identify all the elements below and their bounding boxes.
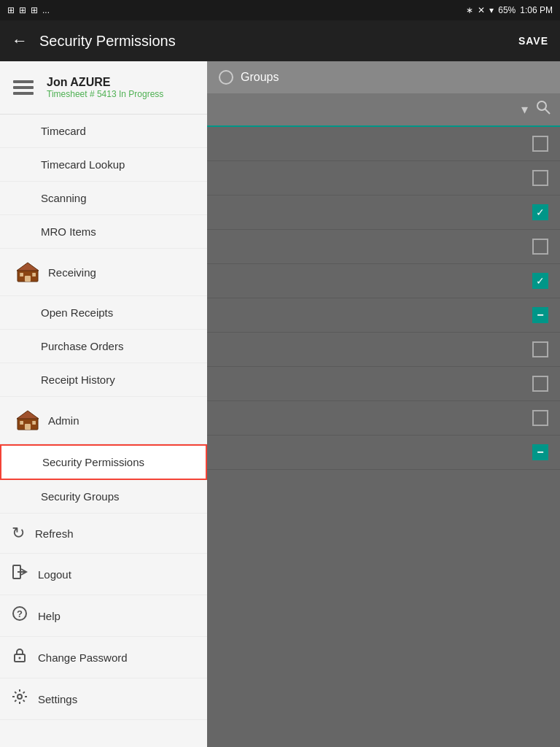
content-area: Groups ▾ xyxy=(207,61,560,747)
sidebar-item-open-receipts[interactable]: Open Receipts xyxy=(0,296,207,330)
table-row xyxy=(207,367,560,401)
checkbox-unchecked[interactable] xyxy=(532,239,548,255)
search-button[interactable] xyxy=(535,99,551,120)
sidebar-item-label: Help xyxy=(38,610,61,622)
table-row: − xyxy=(207,436,560,470)
sidebar-item-label: Open Receipts xyxy=(41,306,113,319)
table-row xyxy=(207,401,560,436)
table-row: ✓ xyxy=(207,196,560,230)
checkbox-indeterminate[interactable]: − xyxy=(532,307,548,323)
sidebar-item-label: Change Password xyxy=(38,651,128,664)
dropdown-arrow-icon: ▾ xyxy=(521,101,528,117)
sidebar-item-label: Logout xyxy=(38,568,71,581)
sidebar-item-refresh[interactable]: ↻ Refresh xyxy=(0,514,207,554)
filter-dropdown[interactable]: ▾ xyxy=(216,101,535,117)
sidebar-item-label: Security Groups xyxy=(41,490,120,503)
sidebar-item-purchase-orders[interactable]: Purchase Orders xyxy=(0,330,207,363)
admin-icon xyxy=(15,407,41,433)
sidebar-item-label: Receipt History xyxy=(41,374,115,386)
groups-radio[interactable] xyxy=(219,70,233,85)
mute-icon: ✕ xyxy=(478,5,485,15)
notification-icon-3: ⊞ xyxy=(31,5,38,15)
table-row xyxy=(207,127,560,161)
sidebar-item-label: Receiving xyxy=(48,266,96,279)
sidebar-item-label: MRO Items xyxy=(41,225,96,238)
table-row xyxy=(207,333,560,367)
checkbox-checked[interactable]: ✓ xyxy=(532,273,548,289)
app-bar: ← Security Permissions SAVE xyxy=(0,20,560,61)
sidebar-item-change-password[interactable]: Change Password xyxy=(0,637,207,678)
sidebar-item-label: Refresh xyxy=(35,527,74,540)
help-icon: ? xyxy=(12,605,28,626)
svg-rect-15 xyxy=(20,421,20,425)
app-bar-title: Security Permissions xyxy=(39,33,518,50)
table-row xyxy=(207,230,560,264)
avatar xyxy=(9,73,38,102)
sidebar-item-security-permissions[interactable]: Security Permissions xyxy=(0,444,207,480)
checkbox-unchecked[interactable] xyxy=(532,376,548,392)
checkbox-unchecked[interactable] xyxy=(532,341,548,357)
sidebar-item-logout[interactable]: Logout xyxy=(0,554,207,595)
sidebar-item-timecard[interactable]: Timecard xyxy=(0,115,207,148)
svg-marker-4 xyxy=(17,263,39,271)
battery-label: 65% xyxy=(498,5,516,15)
main-layout: Jon AZURE Timesheet # 5413 In Progress T… xyxy=(0,61,560,747)
sidebar-item-mro-items[interactable]: MRO Items xyxy=(0,215,207,249)
status-bar: ⊞ ⊞ ⊞ ... ∗ ✕ ▾ 65% 1:06 PM xyxy=(0,0,560,20)
checkbox-unchecked[interactable] xyxy=(532,410,548,426)
sidebar-item-admin[interactable]: Admin xyxy=(0,397,207,444)
minus-icon: − xyxy=(537,309,543,322)
table-row: ✓ xyxy=(207,264,560,298)
back-button[interactable]: ← xyxy=(12,31,28,50)
user-name: Jon AZURE xyxy=(47,76,163,89)
svg-line-25 xyxy=(545,109,551,115)
checkbox-indeterminate[interactable]: − xyxy=(532,444,548,460)
minus-icon: − xyxy=(537,446,543,459)
svg-rect-9 xyxy=(32,273,33,276)
sidebar-item-label: Settings xyxy=(38,693,77,705)
checkbox-list: ✓ ✓ − xyxy=(207,127,560,747)
user-section: Jon AZURE Timesheet # 5413 In Progress xyxy=(0,61,207,115)
groups-bar: Groups xyxy=(207,61,560,93)
svg-rect-1 xyxy=(13,86,34,89)
sidebar-item-label: Security Permissions xyxy=(42,456,144,468)
sidebar-item-label: Scanning xyxy=(41,192,87,204)
bluetooth-icon: ∗ xyxy=(466,5,473,15)
table-row xyxy=(207,161,560,196)
check-icon: ✓ xyxy=(536,275,545,287)
svg-point-23 xyxy=(18,694,22,699)
check-icon: ✓ xyxy=(536,206,545,218)
svg-rect-8 xyxy=(20,273,20,276)
sidebar-item-label: Purchase Orders xyxy=(41,340,123,352)
svg-marker-11 xyxy=(17,411,39,419)
checkbox-checked[interactable]: ✓ xyxy=(532,204,548,220)
sidebar-item-help[interactable]: ? Help xyxy=(0,595,207,637)
save-button[interactable]: SAVE xyxy=(518,35,548,47)
user-info: Jon AZURE Timesheet # 5413 In Progress xyxy=(47,76,163,99)
settings-icon xyxy=(12,689,28,709)
checkbox-unchecked[interactable] xyxy=(532,136,548,152)
sidebar-item-receiving[interactable]: Receiving xyxy=(0,249,207,296)
sidebar-item-timecard-lookup[interactable]: Timecard Lookup xyxy=(0,148,207,182)
lock-icon xyxy=(12,647,28,667)
groups-label: Groups xyxy=(241,71,279,84)
user-status: Timesheet # 5413 In Progress xyxy=(47,89,163,99)
sidebar-item-label: Admin xyxy=(48,414,79,427)
checkbox-unchecked[interactable] xyxy=(532,170,548,186)
sidebar-item-security-groups[interactable]: Security Groups xyxy=(0,480,207,514)
filter-row: ▾ xyxy=(207,93,560,127)
sidebar-item-settings[interactable]: Settings xyxy=(0,678,207,720)
time-label: 1:06 PM xyxy=(520,5,553,15)
status-bar-left: ⊞ ⊞ ⊞ ... xyxy=(7,5,50,15)
svg-text:?: ? xyxy=(17,608,23,619)
svg-point-22 xyxy=(19,657,21,659)
svg-rect-12 xyxy=(25,424,31,430)
sidebar-item-receipt-history[interactable]: Receipt History xyxy=(0,363,207,397)
svg-rect-5 xyxy=(25,276,31,282)
svg-rect-0 xyxy=(13,80,34,83)
wifi-icon: ▾ xyxy=(489,5,494,15)
logout-icon xyxy=(12,564,28,584)
svg-rect-2 xyxy=(13,92,34,95)
ellipsis-label: ... xyxy=(42,5,50,15)
sidebar-item-scanning[interactable]: Scanning xyxy=(0,182,207,215)
